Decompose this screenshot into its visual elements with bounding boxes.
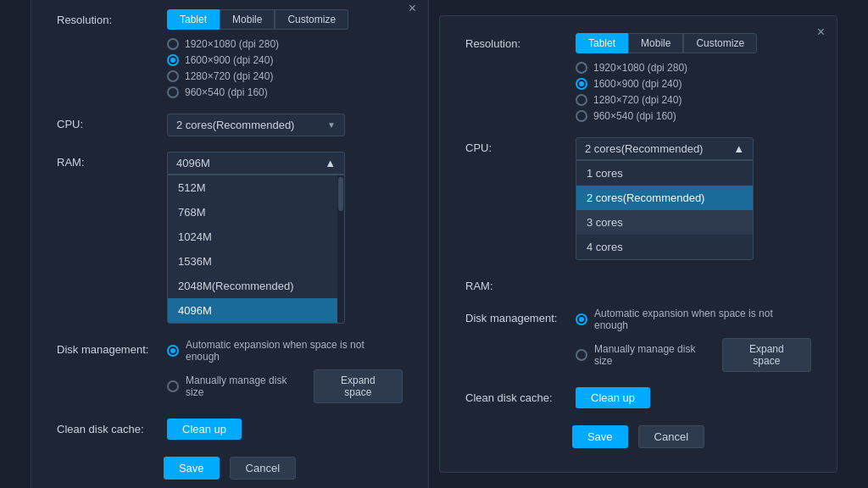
left-disk-content: Automatic expansion when space is noteno… (167, 339, 403, 403)
left-save-button[interactable]: Save (164, 457, 220, 480)
list-item[interactable]: 1920×1080 (dpi 280) (167, 38, 403, 50)
right-cpu-label: CPU: (465, 137, 576, 154)
right-disk-label: Disk management: (465, 308, 576, 324)
left-cpu-content: 2 cores(Recommended) ▼ (167, 114, 403, 136)
left-dialog: × Resolution: Tablet Mobile Customize 19… (31, 0, 429, 488)
scrollbar-track[interactable] (337, 175, 344, 323)
radio-icon (167, 54, 179, 66)
list-item[interactable]: 3 cores (576, 210, 753, 235)
left-tab-customize[interactable]: Customize (275, 9, 348, 30)
scrollbar-thumb[interactable] (338, 177, 343, 211)
right-tab-customize[interactable]: Customize (683, 33, 757, 53)
list-item[interactable]: 960×540 (dpi 160) (167, 86, 403, 98)
list-item[interactable]: 1920×1080 (dpi 280) (576, 62, 811, 74)
left-cancel-button[interactable]: Cancel (230, 457, 296, 480)
radio-icon (576, 94, 587, 106)
left-cpu-dropdown[interactable]: 2 cores(Recommended) ▼ (167, 114, 345, 136)
right-save-button[interactable]: Save (572, 425, 628, 448)
resolution-label: 960×540 (dpi 160) (185, 86, 268, 98)
radio-icon (576, 62, 587, 74)
right-cpu-dropdown-list: 1 cores 2 cores(Recommended) 3 cores 4 c… (576, 160, 754, 260)
left-disk-auto-label: Automatic expansion when space is noteno… (186, 339, 364, 363)
right-resolution-row: Resolution: Tablet Mobile Customize 1920… (465, 33, 811, 122)
radio-icon (167, 86, 179, 98)
left-clean-label: Clean disk cache: (57, 419, 167, 435)
radio-icon (167, 380, 179, 392)
chevron-up-icon: ▲ (733, 142, 744, 155)
left-clean-button[interactable]: Clean up (167, 419, 242, 440)
right-disk-content: Automatic expansion when space is noteno… (576, 308, 811, 372)
list-item[interactable]: 4096M (168, 298, 344, 323)
list-item[interactable]: 1280×720 (dpi 240) (576, 94, 811, 106)
chevron-down-icon: ▼ (327, 120, 336, 130)
left-disk-row: Disk management: Automatic expansion whe… (57, 339, 403, 403)
right-cpu-dropdown-header[interactable]: 2 cores(Recommended) ▲ (576, 137, 754, 160)
right-clean-label: Clean disk cache: (465, 387, 576, 404)
right-disk-manual-row: Manually manage disk size Expand space (576, 338, 811, 372)
left-ram-value: 4096M (176, 157, 210, 169)
left-ram-dropdown-wrapper: 4096M ▲ 512M 768M 1024M 1536M 2048M(Reco… (167, 152, 403, 324)
list-item[interactable]: 960×540 (dpi 160) (576, 110, 811, 122)
list-item[interactable]: 512M (168, 175, 344, 200)
left-resolution-label: Resolution: (57, 9, 167, 26)
resolution-label: 1920×1080 (dpi 280) (185, 38, 279, 50)
right-resolution-options: 1920×1080 (dpi 280) 1600×900 (dpi 240) 1… (576, 62, 811, 122)
resolution-label: 1600×900 (dpi 240) (593, 78, 682, 90)
right-disk-row: Disk management: Automatic expansion whe… (465, 308, 811, 372)
right-clean-content: Clean up (576, 387, 811, 408)
right-resolution-label: Resolution: (465, 33, 576, 50)
radio-icon (167, 70, 179, 82)
right-cancel-button[interactable]: Cancel (638, 425, 704, 448)
right-dialog: × Resolution: Tablet Mobile Customize 19… (439, 15, 837, 473)
radio-icon (576, 313, 587, 325)
radio-icon (167, 345, 179, 357)
right-tab-mobile[interactable]: Mobile (628, 33, 683, 53)
list-item[interactable]: 2 cores(Recommended) (576, 186, 753, 210)
list-item[interactable]: 1600×900 (dpi 240) (576, 78, 811, 90)
left-ram-label: RAM: (57, 152, 167, 169)
radio-icon (576, 110, 587, 122)
left-ram-content: 4096M ▲ 512M 768M 1024M 1536M 2048M(Reco… (167, 152, 403, 324)
list-item[interactable]: 1536M (168, 249, 344, 274)
left-close-button[interactable]: × (409, 1, 416, 16)
left-resolution-options: 1920×1080 (dpi 280) 1600×900 (dpi 240) 1… (167, 38, 403, 98)
left-clean-content: Clean up (167, 419, 403, 440)
left-tab-mobile[interactable]: Mobile (220, 9, 275, 30)
right-close-button[interactable]: × (817, 25, 825, 40)
list-item[interactable]: 1600×900 (dpi 240) (167, 54, 403, 66)
left-ram-row: RAM: 4096M ▲ 512M 768M 1024M 1536M 2048M… (57, 152, 403, 324)
left-footer: Save Cancel (57, 457, 403, 480)
left-disk-manual-label: Manually manage disk size (186, 374, 307, 398)
right-clean-button[interactable]: Clean up (576, 387, 650, 408)
list-item[interactable]: 1 cores (576, 161, 753, 186)
resolution-label: 1920×1080 (dpi 280) (593, 62, 687, 74)
left-disk-label: Disk management: (57, 339, 167, 356)
radio-icon (576, 349, 587, 361)
left-ram-dropdown-header[interactable]: 4096M ▲ (167, 152, 345, 175)
list-item[interactable]: 768M (168, 200, 344, 225)
right-clean-row: Clean disk cache: Clean up (465, 387, 811, 408)
chevron-up-icon: ▲ (325, 157, 336, 169)
right-cpu-row: CPU: 2 cores(Recommended) ▲ 1 cores 2 co… (465, 137, 811, 260)
left-expand-space-button[interactable]: Expand space (314, 369, 403, 403)
right-expand-space-button[interactable]: Expand space (722, 338, 811, 372)
right-tab-tablet[interactable]: Tablet (576, 33, 628, 53)
right-cpu-content: 2 cores(Recommended) ▲ 1 cores 2 cores(R… (576, 137, 811, 260)
left-resolution-content: Tablet Mobile Customize 1920×1080 (dpi 2… (167, 9, 403, 98)
left-disk-auto-row: Automatic expansion when space is noteno… (167, 339, 403, 363)
list-item[interactable]: 2048M(Recommended) (168, 274, 344, 298)
resolution-label: 960×540 (dpi 160) (593, 110, 676, 122)
resolution-label: 1280×720 (dpi 240) (593, 94, 682, 106)
right-disk-auto-label: Automatic expansion when space is noteno… (594, 308, 773, 331)
left-resolution-row: Resolution: Tablet Mobile Customize 1920… (57, 9, 403, 98)
left-cpu-row: CPU: 2 cores(Recommended) ▼ (57, 114, 403, 136)
left-tab-tablet[interactable]: Tablet (167, 9, 220, 30)
list-item[interactable]: 1024M (168, 225, 344, 249)
right-cpu-value: 2 cores(Recommended) (585, 142, 703, 155)
left-disk-manual-row: Manually manage disk size Expand space (167, 369, 403, 403)
list-item[interactable]: 4 cores (576, 235, 753, 259)
list-item[interactable]: 1280×720 (dpi 240) (167, 70, 403, 82)
left-cpu-value: 2 cores(Recommended) (176, 119, 294, 131)
left-tab-group: Tablet Mobile Customize (167, 9, 403, 30)
left-clean-row: Clean disk cache: Clean up (57, 419, 403, 440)
